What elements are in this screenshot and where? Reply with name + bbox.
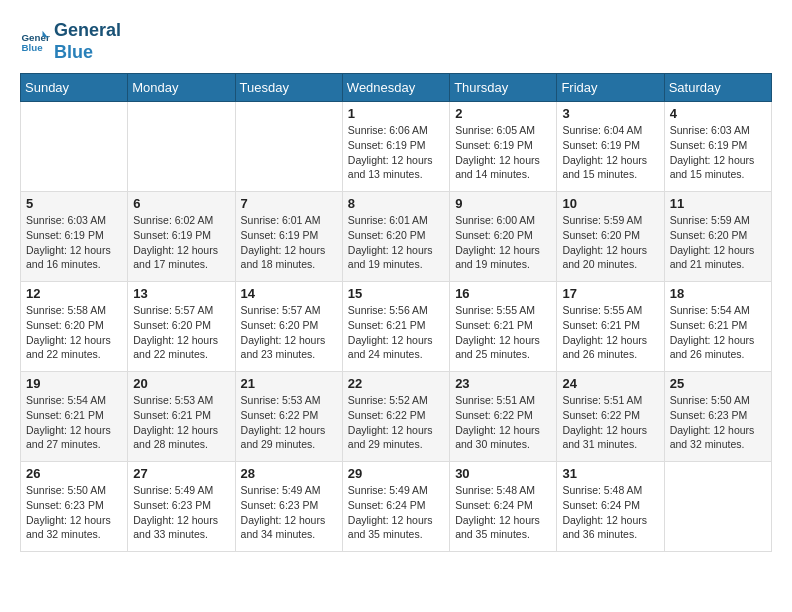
day-info: Sunrise: 5:49 AM Sunset: 6:23 PM Dayligh… bbox=[133, 483, 229, 542]
weekday-header-thursday: Thursday bbox=[450, 74, 557, 102]
day-number: 25 bbox=[670, 376, 766, 391]
day-number: 21 bbox=[241, 376, 337, 391]
weekday-header-sunday: Sunday bbox=[21, 74, 128, 102]
calendar-cell: 4Sunrise: 6:03 AM Sunset: 6:19 PM Daylig… bbox=[664, 102, 771, 192]
logo-icon: General Blue bbox=[20, 27, 50, 57]
day-info: Sunrise: 5:48 AM Sunset: 6:24 PM Dayligh… bbox=[562, 483, 658, 542]
day-info: Sunrise: 6:05 AM Sunset: 6:19 PM Dayligh… bbox=[455, 123, 551, 182]
calendar-cell: 17Sunrise: 5:55 AM Sunset: 6:21 PM Dayli… bbox=[557, 282, 664, 372]
day-number: 26 bbox=[26, 466, 122, 481]
day-number: 3 bbox=[562, 106, 658, 121]
day-info: Sunrise: 5:58 AM Sunset: 6:20 PM Dayligh… bbox=[26, 303, 122, 362]
weekday-header-friday: Friday bbox=[557, 74, 664, 102]
day-number: 22 bbox=[348, 376, 444, 391]
calendar-cell: 11Sunrise: 5:59 AM Sunset: 6:20 PM Dayli… bbox=[664, 192, 771, 282]
calendar-header-row: SundayMondayTuesdayWednesdayThursdayFrid… bbox=[21, 74, 772, 102]
day-number: 12 bbox=[26, 286, 122, 301]
day-number: 14 bbox=[241, 286, 337, 301]
calendar-cell: 2Sunrise: 6:05 AM Sunset: 6:19 PM Daylig… bbox=[450, 102, 557, 192]
day-number: 20 bbox=[133, 376, 229, 391]
calendar-week-1: 1Sunrise: 6:06 AM Sunset: 6:19 PM Daylig… bbox=[21, 102, 772, 192]
day-number: 23 bbox=[455, 376, 551, 391]
calendar-cell: 5Sunrise: 6:03 AM Sunset: 6:19 PM Daylig… bbox=[21, 192, 128, 282]
day-info: Sunrise: 5:50 AM Sunset: 6:23 PM Dayligh… bbox=[26, 483, 122, 542]
calendar-cell: 9Sunrise: 6:00 AM Sunset: 6:20 PM Daylig… bbox=[450, 192, 557, 282]
calendar-cell: 13Sunrise: 5:57 AM Sunset: 6:20 PM Dayli… bbox=[128, 282, 235, 372]
day-info: Sunrise: 6:01 AM Sunset: 6:19 PM Dayligh… bbox=[241, 213, 337, 272]
calendar-cell: 7Sunrise: 6:01 AM Sunset: 6:19 PM Daylig… bbox=[235, 192, 342, 282]
day-number: 16 bbox=[455, 286, 551, 301]
day-number: 17 bbox=[562, 286, 658, 301]
calendar-week-4: 19Sunrise: 5:54 AM Sunset: 6:21 PM Dayli… bbox=[21, 372, 772, 462]
day-info: Sunrise: 5:53 AM Sunset: 6:22 PM Dayligh… bbox=[241, 393, 337, 452]
page-header: General Blue General Blue bbox=[20, 20, 772, 63]
day-info: Sunrise: 5:51 AM Sunset: 6:22 PM Dayligh… bbox=[562, 393, 658, 452]
day-number: 18 bbox=[670, 286, 766, 301]
day-number: 10 bbox=[562, 196, 658, 211]
day-number: 11 bbox=[670, 196, 766, 211]
day-info: Sunrise: 5:54 AM Sunset: 6:21 PM Dayligh… bbox=[26, 393, 122, 452]
calendar-week-3: 12Sunrise: 5:58 AM Sunset: 6:20 PM Dayli… bbox=[21, 282, 772, 372]
logo-line2: Blue bbox=[54, 42, 93, 62]
day-info: Sunrise: 6:02 AM Sunset: 6:19 PM Dayligh… bbox=[133, 213, 229, 272]
day-info: Sunrise: 5:54 AM Sunset: 6:21 PM Dayligh… bbox=[670, 303, 766, 362]
logo-line1: General bbox=[54, 20, 121, 40]
calendar-cell: 14Sunrise: 5:57 AM Sunset: 6:20 PM Dayli… bbox=[235, 282, 342, 372]
day-info: Sunrise: 6:03 AM Sunset: 6:19 PM Dayligh… bbox=[26, 213, 122, 272]
calendar-cell: 29Sunrise: 5:49 AM Sunset: 6:24 PM Dayli… bbox=[342, 462, 449, 552]
day-number: 19 bbox=[26, 376, 122, 391]
calendar-cell: 6Sunrise: 6:02 AM Sunset: 6:19 PM Daylig… bbox=[128, 192, 235, 282]
day-number: 8 bbox=[348, 196, 444, 211]
day-info: Sunrise: 6:00 AM Sunset: 6:20 PM Dayligh… bbox=[455, 213, 551, 272]
weekday-header-monday: Monday bbox=[128, 74, 235, 102]
calendar-cell: 26Sunrise: 5:50 AM Sunset: 6:23 PM Dayli… bbox=[21, 462, 128, 552]
calendar-cell: 22Sunrise: 5:52 AM Sunset: 6:22 PM Dayli… bbox=[342, 372, 449, 462]
calendar-cell bbox=[128, 102, 235, 192]
day-info: Sunrise: 5:50 AM Sunset: 6:23 PM Dayligh… bbox=[670, 393, 766, 452]
day-info: Sunrise: 5:49 AM Sunset: 6:24 PM Dayligh… bbox=[348, 483, 444, 542]
weekday-header-wednesday: Wednesday bbox=[342, 74, 449, 102]
day-info: Sunrise: 5:57 AM Sunset: 6:20 PM Dayligh… bbox=[133, 303, 229, 362]
day-number: 1 bbox=[348, 106, 444, 121]
day-number: 9 bbox=[455, 196, 551, 211]
day-number: 31 bbox=[562, 466, 658, 481]
day-info: Sunrise: 6:06 AM Sunset: 6:19 PM Dayligh… bbox=[348, 123, 444, 182]
svg-text:Blue: Blue bbox=[22, 42, 44, 53]
day-number: 5 bbox=[26, 196, 122, 211]
day-number: 15 bbox=[348, 286, 444, 301]
day-info: Sunrise: 5:51 AM Sunset: 6:22 PM Dayligh… bbox=[455, 393, 551, 452]
calendar-cell: 12Sunrise: 5:58 AM Sunset: 6:20 PM Dayli… bbox=[21, 282, 128, 372]
calendar-cell: 19Sunrise: 5:54 AM Sunset: 6:21 PM Dayli… bbox=[21, 372, 128, 462]
day-number: 30 bbox=[455, 466, 551, 481]
calendar-cell bbox=[664, 462, 771, 552]
calendar-cell bbox=[21, 102, 128, 192]
calendar-cell: 28Sunrise: 5:49 AM Sunset: 6:23 PM Dayli… bbox=[235, 462, 342, 552]
calendar-cell bbox=[235, 102, 342, 192]
calendar-cell: 15Sunrise: 5:56 AM Sunset: 6:21 PM Dayli… bbox=[342, 282, 449, 372]
day-info: Sunrise: 6:04 AM Sunset: 6:19 PM Dayligh… bbox=[562, 123, 658, 182]
day-info: Sunrise: 6:01 AM Sunset: 6:20 PM Dayligh… bbox=[348, 213, 444, 272]
calendar-cell: 25Sunrise: 5:50 AM Sunset: 6:23 PM Dayli… bbox=[664, 372, 771, 462]
day-number: 29 bbox=[348, 466, 444, 481]
calendar-cell: 10Sunrise: 5:59 AM Sunset: 6:20 PM Dayli… bbox=[557, 192, 664, 282]
day-info: Sunrise: 5:59 AM Sunset: 6:20 PM Dayligh… bbox=[670, 213, 766, 272]
calendar-cell: 23Sunrise: 5:51 AM Sunset: 6:22 PM Dayli… bbox=[450, 372, 557, 462]
day-info: Sunrise: 6:03 AM Sunset: 6:19 PM Dayligh… bbox=[670, 123, 766, 182]
day-number: 2 bbox=[455, 106, 551, 121]
weekday-header-saturday: Saturday bbox=[664, 74, 771, 102]
calendar-cell: 21Sunrise: 5:53 AM Sunset: 6:22 PM Dayli… bbox=[235, 372, 342, 462]
calendar-cell: 1Sunrise: 6:06 AM Sunset: 6:19 PM Daylig… bbox=[342, 102, 449, 192]
calendar-cell: 8Sunrise: 6:01 AM Sunset: 6:20 PM Daylig… bbox=[342, 192, 449, 282]
day-info: Sunrise: 5:49 AM Sunset: 6:23 PM Dayligh… bbox=[241, 483, 337, 542]
calendar-cell: 20Sunrise: 5:53 AM Sunset: 6:21 PM Dayli… bbox=[128, 372, 235, 462]
calendar-cell: 30Sunrise: 5:48 AM Sunset: 6:24 PM Dayli… bbox=[450, 462, 557, 552]
calendar-week-2: 5Sunrise: 6:03 AM Sunset: 6:19 PM Daylig… bbox=[21, 192, 772, 282]
calendar-week-5: 26Sunrise: 5:50 AM Sunset: 6:23 PM Dayli… bbox=[21, 462, 772, 552]
logo: General Blue General Blue bbox=[20, 20, 121, 63]
calendar-cell: 18Sunrise: 5:54 AM Sunset: 6:21 PM Dayli… bbox=[664, 282, 771, 372]
day-number: 4 bbox=[670, 106, 766, 121]
calendar-cell: 31Sunrise: 5:48 AM Sunset: 6:24 PM Dayli… bbox=[557, 462, 664, 552]
day-info: Sunrise: 5:56 AM Sunset: 6:21 PM Dayligh… bbox=[348, 303, 444, 362]
calendar-table: SundayMondayTuesdayWednesdayThursdayFrid… bbox=[20, 73, 772, 552]
day-info: Sunrise: 5:55 AM Sunset: 6:21 PM Dayligh… bbox=[562, 303, 658, 362]
